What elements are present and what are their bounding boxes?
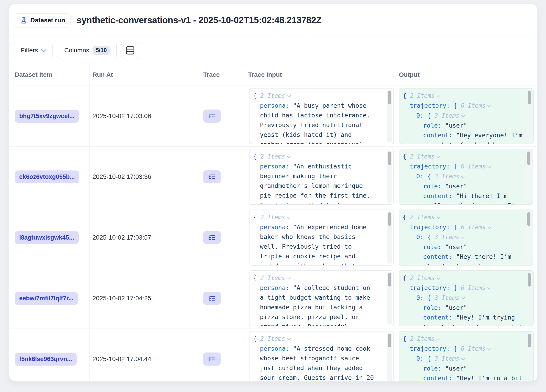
scrollbar-thumb[interactable] xyxy=(388,273,391,287)
chevron-down-icon[interactable] xyxy=(487,104,491,107)
chevron-down-icon[interactable] xyxy=(287,337,291,341)
json-token-key: trajectory: xyxy=(410,284,450,291)
chevron-down-icon[interactable] xyxy=(461,174,465,178)
scrollbar-thumb[interactable] xyxy=(528,334,531,347)
json-token-brace: { xyxy=(403,335,406,342)
chevron-down-icon[interactable] xyxy=(487,347,491,350)
scrollbar-track[interactable] xyxy=(526,211,531,264)
scrollbar-track[interactable] xyxy=(527,90,532,142)
json-token-key: role: xyxy=(423,304,441,311)
json-token-str: stand mixer. Resourceful xyxy=(260,323,348,326)
chevron-down-icon[interactable] xyxy=(287,94,291,98)
chevron-down-icon[interactable] xyxy=(461,114,465,117)
output-cell: { 2 Itemstrajectory: [ 6 Items0: { 3 Ite… xyxy=(396,146,537,207)
scrollbar-track[interactable] xyxy=(387,90,392,142)
scrollbar-thumb[interactable] xyxy=(528,91,531,104)
json-line: to make homemade pizza, but xyxy=(403,322,522,326)
json-token-key: content: xyxy=(423,253,452,260)
json-token-meta: 3 Items xyxy=(431,112,459,119)
dataset-item-link[interactable]: ek6oz6vtoxg055b... xyxy=(15,171,79,183)
output-cell: { 2 Itemstrajectory: [ 6 Items0: { 3 Ite… xyxy=(396,329,538,382)
chevron-down-icon[interactable] xyxy=(287,276,291,280)
chevron-down-icon[interactable] xyxy=(287,154,291,158)
dataset-item-link[interactable]: bhg7t5xv9zgwcel... xyxy=(15,110,79,123)
trace-button[interactable] xyxy=(203,109,221,123)
json-output-panel[interactable]: { 2 Itemstrajectory: [ 6 Items0: { 3 Ite… xyxy=(399,149,533,205)
chevron-down-icon[interactable] xyxy=(287,215,291,219)
json-line: trajectory: [ 6 Items xyxy=(403,161,522,171)
chevron-down-icon[interactable] xyxy=(461,357,465,360)
row-height-button[interactable] xyxy=(121,42,139,59)
toolbar: Filters Columns 5/10 xyxy=(9,37,537,64)
json-line: persona: "A stressed home cook xyxy=(253,344,383,353)
json-input-panel[interactable]: { 2 Itemspersona: "A stressed home cookw… xyxy=(249,331,394,382)
json-token-brace: { xyxy=(424,173,431,180)
dataset-item-link[interactable]: f5nk6lse963qrvn... xyxy=(15,353,77,366)
scrollbar-track[interactable] xyxy=(527,272,532,324)
json-token-key: persona: xyxy=(260,102,289,109)
json-output-panel[interactable]: { 2 Itemstrajectory: [ 6 Items0: { 3 Ite… xyxy=(399,270,533,326)
json-token-meta: 2 Items xyxy=(257,153,285,160)
json-token-brace: [ xyxy=(450,284,457,291)
trace-cell xyxy=(199,329,245,382)
scrollbar-track[interactable] xyxy=(387,211,392,264)
json-token-key: 0: xyxy=(416,355,424,362)
chevron-down-icon[interactable] xyxy=(436,94,440,98)
json-token-key: 0: xyxy=(416,173,424,180)
chevron-down-icon[interactable] xyxy=(461,235,465,239)
scrollbar-thumb[interactable] xyxy=(388,91,391,104)
column-header-run-at: Run At xyxy=(90,64,199,86)
filters-button[interactable]: Filters xyxy=(14,42,53,59)
scrollbar-track[interactable] xyxy=(526,151,531,203)
run-at-timestamp: 2025-10-02 17:04:44 xyxy=(92,355,151,363)
json-input-panel[interactable]: { 2 Itemspersona: "An enthusiasticbeginn… xyxy=(249,149,394,205)
chevron-down-icon[interactable] xyxy=(461,296,465,300)
json-token-str: grandmother's lemon meringue xyxy=(260,182,363,189)
json-token-str: homemade pizza but lacking a xyxy=(260,304,363,311)
trace-button[interactable] xyxy=(203,231,221,244)
scrollbar-track[interactable] xyxy=(527,333,532,382)
chevron-down-icon[interactable] xyxy=(436,154,440,158)
scrollbar-thumb[interactable] xyxy=(528,273,531,287)
dataset-item-cell: f5nk6lse963qrvn... xyxy=(9,329,90,382)
columns-button[interactable]: Columns 5/10 xyxy=(57,42,117,59)
chevron-down-icon[interactable] xyxy=(487,164,491,168)
json-token-brace: [ xyxy=(450,102,457,109)
json-input-panel[interactable]: { 2 Itemspersona: "A college student ona… xyxy=(249,270,394,326)
scrollbar-thumb[interactable] xyxy=(527,152,530,165)
scrollbar-thumb[interactable] xyxy=(388,334,391,347)
json-token-meta: 3 Items xyxy=(431,234,459,240)
json-token-str: "Hey! I'm trying xyxy=(452,314,515,321)
chevron-down-icon[interactable] xyxy=(436,337,440,341)
column-header-trace-input: Trace Input xyxy=(245,64,396,86)
trace-button[interactable] xyxy=(203,353,221,366)
scrollbar-thumb[interactable] xyxy=(527,212,530,226)
json-token-key: content: xyxy=(423,132,452,139)
dataset-item-link[interactable]: l8agtuwxisgwk45... xyxy=(15,231,79,244)
scrollbar-track[interactable] xyxy=(387,333,392,382)
chevron-down-icon[interactable] xyxy=(487,225,491,229)
json-input-panel[interactable]: { 2 Itemspersona: "An experienced homeba… xyxy=(249,209,394,266)
json-token-brace: { xyxy=(253,92,257,99)
json-token-key: role: xyxy=(423,243,441,250)
json-line: 0: { 3 Items xyxy=(403,111,522,120)
scrollbar-track[interactable] xyxy=(387,151,392,203)
chevron-down-icon[interactable] xyxy=(436,215,440,219)
trace-button[interactable] xyxy=(203,170,221,183)
scrollbar-thumb[interactable] xyxy=(388,152,391,165)
json-line: content: "Hey! I'm in a bit xyxy=(403,373,522,382)
scrollbar-thumb[interactable] xyxy=(388,212,391,226)
json-token-str: "A busy parent whose xyxy=(289,102,366,109)
json-output-panel[interactable]: { 2 Itemstrajectory: [ 6 Items0: { 3 Ite… xyxy=(399,88,533,144)
json-input-panel[interactable]: { 2 Itemspersona: "A busy parent whosech… xyxy=(249,88,394,144)
scrollbar-track[interactable] xyxy=(387,272,392,324)
chevron-down-icon[interactable] xyxy=(487,286,491,290)
json-line: ended up with cookies that were xyxy=(253,261,383,266)
trace-button[interactable] xyxy=(203,292,221,305)
chevron-down-icon[interactable] xyxy=(436,276,440,280)
json-output-panel[interactable]: { 2 Itemstrajectory: [ 6 Items0: { 3 Ite… xyxy=(399,209,533,266)
json-token-key: role: xyxy=(423,183,441,190)
json-output-panel[interactable]: { 2 Itemstrajectory: [ 6 Items0: { 3 Ite… xyxy=(399,331,533,382)
json-line: persona: "An enthusiastic xyxy=(253,161,383,171)
dataset-item-link[interactable]: eebwi7mfil7lqlf7r... xyxy=(15,292,78,305)
